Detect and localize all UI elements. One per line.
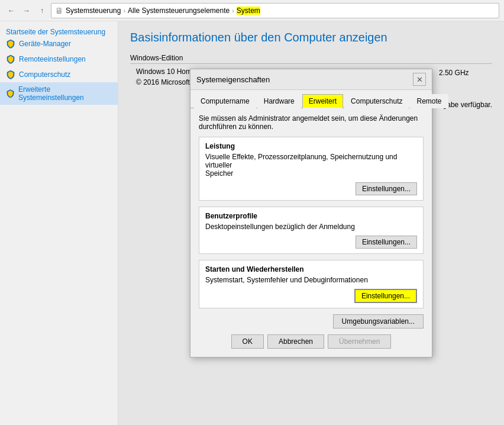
system-properties-dialog: Systemeigenschaften ✕ Computername Hardw… <box>190 69 432 358</box>
tabs-bar: Computername Hardware Erweitert Computer… <box>190 90 432 108</box>
sidebar-label-erweitert: Erweiterte Systemeinstellungen <box>18 85 112 102</box>
benutzerprofile-einstellungen-button[interactable]: Einstellungen... <box>356 236 417 249</box>
forward-button[interactable]: → <box>20 4 33 17</box>
breadcrumb-sep-1: › <box>123 7 125 14</box>
breadcrumb-part-2: Alle Systemsteuerungselemente <box>128 7 230 15</box>
address-bar-container: ← → ↑ 🖥 Systemsteuerung › Alle Systemste… <box>0 0 504 21</box>
leistung-desc: Visuelle Effekte, Prozessorzeitplanung, … <box>205 153 417 178</box>
sidebar-label-computerschutz: Computerschutz <box>19 70 70 79</box>
sidebar-item-computerschutz[interactable]: Computerschutz <box>0 67 118 82</box>
abbrechen-button[interactable]: Abbrechen <box>267 334 324 349</box>
action-buttons: OK Abbrechen Übernehmen <box>199 334 424 349</box>
sidebar-label-remote: Remoteeinstellungen <box>19 55 86 63</box>
breadcrumb-part-3: System <box>237 7 260 15</box>
umgebungsvariablen-button[interactable]: Umgebungsvariablen... <box>333 314 424 329</box>
uebernehmen-button[interactable]: Übernehmen <box>328 334 391 349</box>
address-bar[interactable]: 🖥 Systemsteuerung › Alle Systemsteuerung… <box>51 3 499 18</box>
benutzerprofile-title: Benutzerprofile <box>205 212 417 220</box>
shield-icon-geraete <box>6 39 15 49</box>
sidebar-item-erweitert[interactable]: Erweiterte Systemeinstellungen <box>0 82 118 105</box>
admin-note: Sie müssen als Administrator angemeldet … <box>199 114 424 131</box>
env-btn-row: Umgebungsvariablen... <box>199 314 424 329</box>
up-button[interactable]: ↑ <box>35 4 49 17</box>
sidebar: Startseite der Systemsteuerung Geräte-Ma… <box>0 21 118 425</box>
dialog-title: Systemeigenschaften <box>196 75 270 84</box>
breadcrumb-sep-2: › <box>232 7 234 14</box>
folder-icon: 🖥 <box>55 6 63 15</box>
content-area: Basisinformationen über den Computer anz… <box>118 21 504 425</box>
dialog-titlebar: Systemeigenschaften ✕ <box>190 69 432 90</box>
ok-button[interactable]: OK <box>231 334 264 349</box>
starten-einstellungen-button[interactable]: Einstellungen... <box>354 289 417 303</box>
leistung-einstellungen-button[interactable]: Einstellungen... <box>356 182 417 195</box>
shield-icon-remote <box>6 54 15 64</box>
benutzerprofile-section: Benutzerprofile Desktopeinstellungen bez… <box>199 207 424 254</box>
tab-erweitert[interactable]: Erweitert <box>302 94 343 108</box>
main-layout: Startseite der Systemsteuerung Geräte-Ma… <box>0 21 504 425</box>
shield-icon-computerschutz <box>6 70 15 79</box>
starten-desc: Systemstart, Systemfehler und Debuginfor… <box>205 276 417 284</box>
back-button[interactable]: ← <box>5 4 18 17</box>
leistung-title: Leistung <box>205 142 417 150</box>
starten-title: Starten und Wiederherstellen <box>205 265 417 273</box>
modal-overlay: Systemeigenschaften ✕ Computername Hardw… <box>118 21 504 425</box>
tab-hardware[interactable]: Hardware <box>257 94 301 108</box>
sidebar-item-remote[interactable]: Remoteeinstellungen <box>0 51 118 67</box>
breadcrumb: Systemsteuerung › Alle Systemsteuerungse… <box>66 7 260 15</box>
breadcrumb-part-1: Systemsteuerung <box>66 7 121 15</box>
tab-computerschutz[interactable]: Computerschutz <box>344 94 409 108</box>
leistung-section: Leistung Visuelle Effekte, Prozessorzeit… <box>199 137 424 201</box>
tab-computername[interactable]: Computername <box>194 94 256 108</box>
shield-icon-erweitert <box>6 89 15 98</box>
benutzerprofile-desc: Desktopeinstellungen bezüglich der Anmel… <box>205 223 417 231</box>
sidebar-label-geraete: Geräte-Manager <box>19 40 71 48</box>
starten-section: Starten und Wiederherstellen Systemstart… <box>199 260 424 308</box>
dialog-body: Sie müssen als Administrator angemeldet … <box>190 108 432 357</box>
dialog-close-button[interactable]: ✕ <box>413 73 426 86</box>
tab-remote[interactable]: Remote <box>410 94 448 108</box>
